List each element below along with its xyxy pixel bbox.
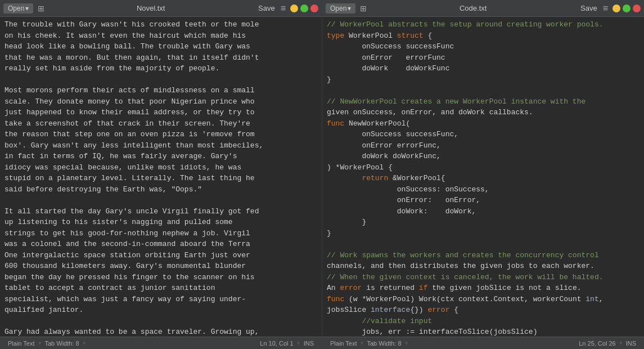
novel-close-button[interactable] (310, 5, 318, 12)
code-title-bar: Open ▾ ⊞ Code.txt Save ≡ (322, 0, 644, 17)
novel-title-bar: Open ▾ ⊞ Novel.txt Save ≡ (0, 0, 322, 17)
novel-status-right: Ln 10, Col 1 ▾ INS (256, 339, 317, 347)
code-close-button[interactable] (633, 5, 641, 12)
editors-container: Open ▾ ⊞ Novel.txt Save ≡ The trouble wi… (0, 0, 644, 349)
novel-language[interactable]: Plain Text (4, 340, 38, 347)
novel-minimize-button[interactable] (290, 5, 298, 12)
code-maximize-button[interactable] (623, 5, 631, 12)
novel-maximize-button[interactable] (300, 5, 308, 12)
novel-mode: INS (300, 340, 317, 347)
novel-open-arrow: ▾ (25, 5, 29, 12)
code-pane: Open ▾ ⊞ Code.txt Save ≡ // WorkerPool a… (322, 0, 644, 349)
novel-image-button[interactable]: ⊞ (35, 3, 47, 14)
code-open-button[interactable]: Open ▾ (326, 3, 355, 14)
code-menu-button[interactable]: ≡ (601, 2, 610, 15)
code-file-title: Code.txt (369, 4, 577, 12)
code-language[interactable]: Plain Text (327, 340, 361, 347)
code-minimize-button[interactable] (613, 5, 620, 12)
novel-pane: Open ▾ ⊞ Novel.txt Save ≡ The trouble wi… (0, 0, 322, 349)
code-save-button[interactable]: Save (577, 3, 601, 14)
novel-menu-button[interactable]: ≡ (278, 2, 288, 15)
novel-open-label: Open (8, 5, 24, 12)
novel-title-bar-left: Open ▾ ⊞ (3, 3, 47, 14)
novel-window-controls (290, 5, 318, 12)
novel-status-bar: Plain Text ▾ Tab Width: 8 ▾ Ln 10, Col 1… (0, 337, 322, 349)
novel-save-button[interactable]: Save (255, 3, 278, 14)
code-title-bar-left: Open ▾ ⊞ (326, 3, 369, 14)
code-mode: INS (623, 340, 640, 347)
code-status-right: Ln 25, Col 26 ▾ INS (575, 339, 640, 347)
code-window-controls (613, 5, 641, 12)
novel-position[interactable]: Ln 10, Col 1 (256, 340, 296, 347)
code-position[interactable]: Ln 25, Col 26 (575, 340, 619, 347)
code-open-arrow: ▾ (348, 5, 351, 12)
novel-file-title: Novel.txt (47, 4, 255, 12)
code-tab-width[interactable]: Tab Width: 8 (364, 340, 405, 347)
code-image-button[interactable]: ⊞ (358, 3, 369, 14)
novel-editor-content[interactable]: The trouble with Gary wasn't his crooked… (0, 17, 322, 337)
code-editor-content[interactable]: // WorkerPool abstracts the setup around… (322, 17, 644, 337)
novel-tab-width[interactable]: Tab Width: 8 (42, 340, 83, 347)
novel-open-button[interactable]: Open ▾ (3, 3, 33, 14)
code-open-label: Open (330, 5, 346, 12)
code-status-bar: Plain Text ▾ Tab Width: 8 ▾ Ln 25, Col 2… (322, 337, 644, 349)
